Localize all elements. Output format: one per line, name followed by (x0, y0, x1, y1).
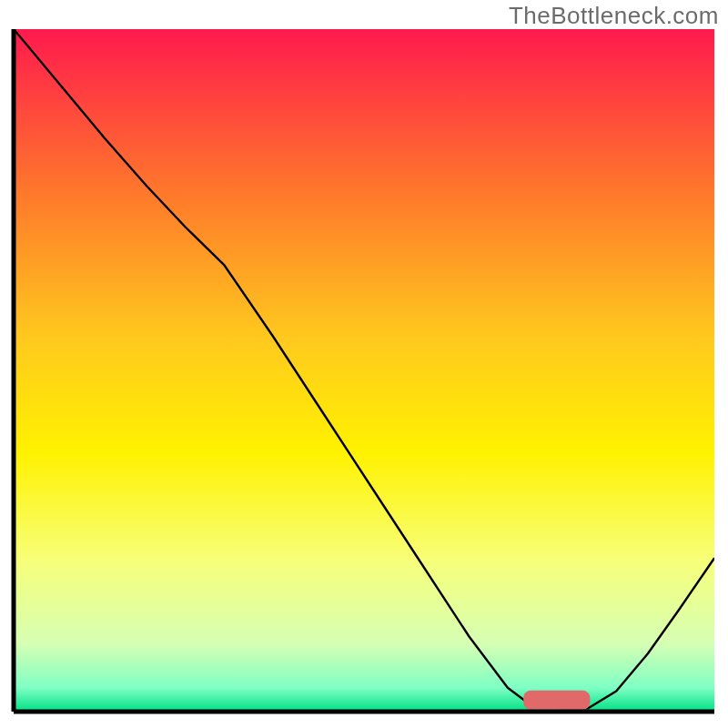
bottleneck-marker (523, 691, 590, 710)
chart-svg (0, 0, 728, 728)
gradient-background (14, 29, 714, 712)
chart-container: TheBottleneck.com (0, 0, 728, 728)
